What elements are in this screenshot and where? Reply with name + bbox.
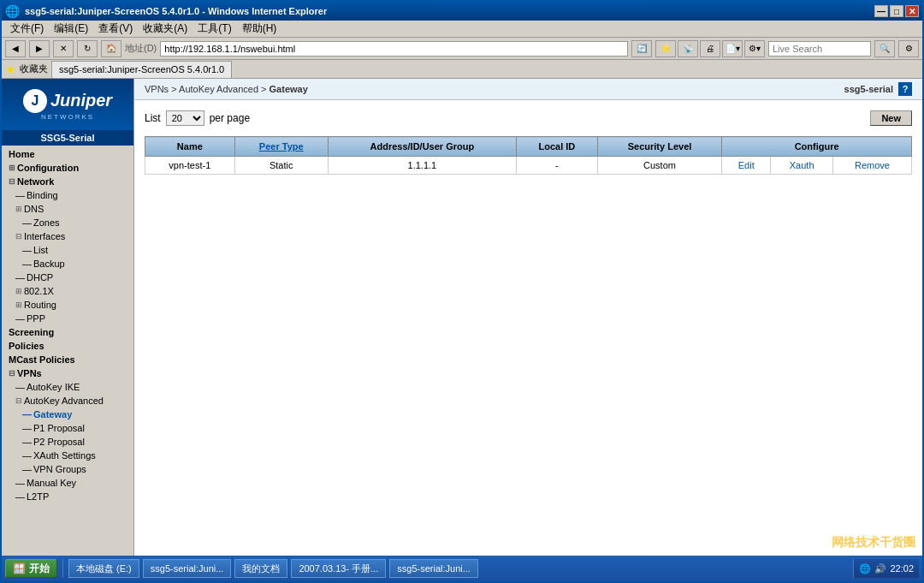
breadcrumb-current: Gateway [270,84,308,94]
list-label: List [145,112,161,124]
edit-link[interactable]: Edit [738,160,755,170]
logo-subtext: NETWORKS [41,113,94,121]
sidebar-item-autokey-advanced-label: AutoKey Advanced [24,396,104,406]
sidebar-item-8021x[interactable]: ⊞ 802.1X [2,284,133,298]
start-button[interactable]: 🪟 开始 [5,559,57,578]
maximize-button[interactable]: □ [890,5,903,17]
window-controls: — □ ✕ [874,5,919,17]
settings-button[interactable]: ⚙ [898,40,919,57]
sidebar-item-manualkey[interactable]: — Manual Key [2,476,133,490]
menu-tools[interactable]: 工具(T) [192,20,236,38]
sidebar-nav: Home ⊞ Configuration ⊟ Network — Binding… [2,146,133,556]
refresh-button[interactable]: ↻ [77,40,98,57]
print-icon[interactable]: 🖨 [700,40,720,57]
breadcrumb-bar: VPNs > AutoKey Advanced > Gateway ssg5-s… [134,79,922,100]
sidebar-item-network[interactable]: ⊟ Network [2,175,133,188]
help-button[interactable]: ? [898,82,912,96]
sidebar-item-dns[interactable]: ⊞ DNS [2,202,133,216]
sidebar-item-p1proposal[interactable]: — P1 Proposal [2,421,133,435]
back-button[interactable]: ◀ [5,40,26,57]
sidebar-item-ppp[interactable]: — PPP [2,312,133,325]
sidebar-item-dns-label: DNS [24,204,44,214]
minimize-button[interactable]: — [874,5,888,17]
sidebar-item-configuration-label: Configuration [17,163,79,173]
stop-button[interactable]: ✕ [53,40,74,57]
sidebar-item-interfaces[interactable]: ⊟ Interfaces [2,229,133,243]
taskbar-item-0-label: 本地磁盘 (E:) [76,562,132,575]
sidebar-item-home-label: Home [9,149,35,159]
sidebar-item-home[interactable]: Home [2,147,133,161]
sidebar-item-binding[interactable]: — Binding [2,188,133,202]
logo-text: Juniper [50,91,112,110]
taskbar-item-1[interactable]: ssg5-serial:Juni... [143,559,232,578]
refresh-icon[interactable]: 🔄 [631,40,652,57]
col-name: Name [145,137,235,157]
main-panel: VPNs > AutoKey Advanced > Gateway ssg5-s… [134,79,922,556]
sidebar-item-backup-label: Backup [33,259,65,269]
sidebar-item-configuration[interactable]: ⊞ Configuration [2,161,133,175]
system-tray: 🌐 🔊 22:02 [853,559,919,578]
search-button[interactable]: 🔍 [874,40,895,57]
sidebar-item-backup[interactable]: — Backup [2,257,133,271]
favorites-icon[interactable]: ⭐ [655,40,676,57]
col-security-level: Security Level [597,137,721,157]
favorites-tab[interactable]: ssg5-serial:Juniper-ScreenOS 5.4.0r1.0 [51,61,232,78]
sidebar-item-l2tp[interactable]: — L2TP [2,490,133,503]
search-input[interactable] [768,41,871,57]
menu-view[interactable]: 查看(V) [93,20,138,38]
sidebar-item-gateway[interactable]: — Gateway [2,408,133,421]
sidebar-item-policies-label: Policies [9,341,44,351]
home-button[interactable]: 🏠 [101,40,121,57]
list-bar-left: List 10 20 50 100 per page [145,110,250,126]
sidebar-item-screening[interactable]: Screening [2,325,133,339]
remove-link[interactable]: Remove [855,160,890,170]
sidebar-item-list[interactable]: — List [2,243,133,257]
page-menu[interactable]: 📄▾ [722,40,743,57]
sidebar-item-l2tp-label: L2TP [27,491,49,502]
sidebar-item-zones-label: Zones [33,217,60,228]
tools-menu[interactable]: ⚙▾ [744,40,765,57]
forward-button[interactable]: ▶ [29,40,50,57]
sidebar-item-p2proposal[interactable]: — P2 Proposal [2,435,133,449]
sidebar-item-autokey-ike[interactable]: — AutoKey IKE [2,380,133,394]
sidebar-item-network-label: Network [17,176,54,187]
per-page-select[interactable]: 10 20 50 100 [166,110,204,126]
breadcrumb-text: VPNs > AutoKey Advanced > [145,84,270,94]
address-input[interactable] [160,41,628,57]
sidebar-item-xauth[interactable]: — XAuth Settings [2,449,133,462]
sidebar-item-mcast[interactable]: MCast Policies [2,353,133,366]
sidebar-item-dhcp[interactable]: — DHCP [2,271,133,284]
tray-time: 22:02 [890,563,914,574]
sidebar-item-policies[interactable]: Policies [2,339,133,353]
taskbar-item-4[interactable]: ssg5-serial:Juni... [389,559,478,578]
expand-icon: ⊞ [15,300,22,309]
taskbar-item-2[interactable]: 我的文档 [234,559,287,578]
menu-help[interactable]: 帮助(H) [237,20,282,38]
menu-edit[interactable]: 编辑(E) [49,20,93,38]
title-bar: 🌐 ssg5-serial:Juniper-ScreenOS 5.4.0r1.0… [2,2,922,21]
xauth-link[interactable]: Xauth [790,160,814,170]
sidebar-item-autokey-advanced[interactable]: ⊟ AutoKey Advanced [2,394,133,408]
sidebar-item-routing[interactable]: ⊞ Routing [2,298,133,312]
taskbar-item-0[interactable]: 本地磁盘 (E:) [68,559,139,578]
menu-favorites[interactable]: 收藏夹(A) [138,20,192,38]
table-header-row: Name Peer Type Address/ID/User Group Loc… [145,137,912,157]
menu-file[interactable]: 文件(F) [5,20,49,38]
sidebar-item-vpns[interactable]: ⊟ VPNs [2,366,133,380]
sidebar-item-vpngroups[interactable]: — VPN Groups [2,462,133,476]
expand-icon: ⊞ [15,205,22,213]
feed-icon[interactable]: 📡 [678,40,698,57]
sidebar-item-p1proposal-label: P1 Proposal [33,423,85,433]
start-icon: 🪟 [13,562,26,574]
sidebar-item-manualkey-label: Manual Key [27,478,76,488]
sidebar-item-zones[interactable]: — Zones [2,216,133,229]
sidebar-item-autokey-ike-label: AutoKey IKE [27,382,80,392]
new-button[interactable]: New [870,110,912,126]
close-button[interactable]: ✕ [905,5,919,17]
taskbar-item-2-label: 我的文档 [242,562,280,575]
sidebar-item-mcast-label: MCast Policies [9,354,75,365]
col-peer-type[interactable]: Peer Type [234,137,328,157]
sidebar-item-binding-label: Binding [27,190,58,200]
table-row: vpn-test-1 Static 1.1.1.1 - Custom Edit … [145,157,912,175]
taskbar-item-3[interactable]: 2007.03.13- 手册... [291,559,386,578]
